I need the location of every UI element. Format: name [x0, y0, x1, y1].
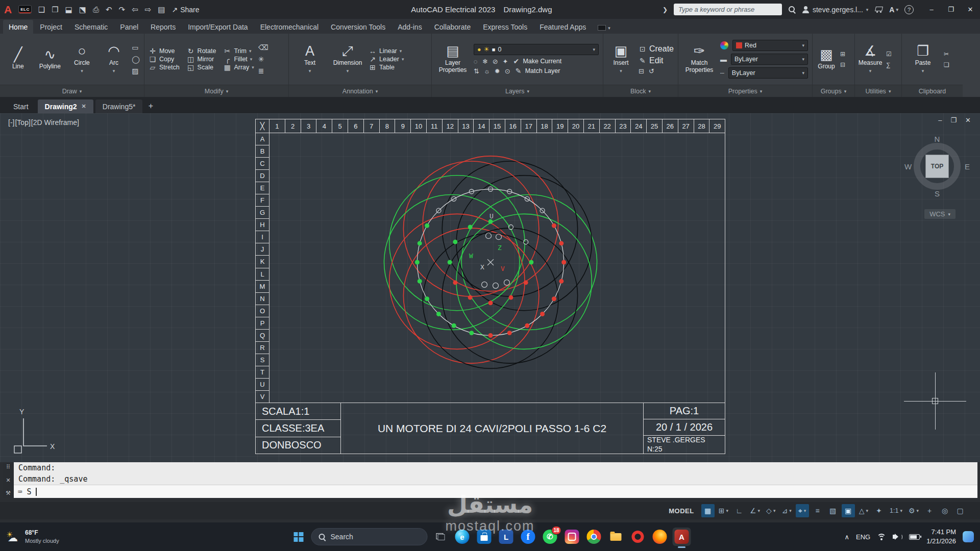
command-customize-icon[interactable]: ⚒	[6, 490, 11, 496]
tab-conversion-tools[interactable]: Conversion Tools	[325, 20, 391, 34]
edge-app-button[interactable]: e	[453, 528, 472, 546]
autodesk-app-button[interactable]: A ▾	[889, 6, 898, 14]
fillet-button[interactable]: ╭Fillet▾	[223, 56, 254, 63]
lineweight-toggle[interactable]: ≡	[811, 504, 824, 517]
linear-button[interactable]: ↔Linear▾	[369, 47, 404, 55]
paste-button[interactable]: ❐ Paste ▾	[906, 43, 940, 74]
file-explorer-button[interactable]	[607, 528, 625, 546]
selection-cycling-toggle[interactable]: ▣	[842, 504, 855, 517]
panel-label-groups[interactable]: Groups ▾	[813, 85, 854, 97]
chevron-right-icon[interactable]: ❯	[663, 6, 668, 13]
forward-icon[interactable]: ⇨	[145, 6, 152, 13]
tab-express-tools[interactable]: Express Tools	[477, 20, 533, 34]
redo-icon[interactable]: ↷	[119, 6, 126, 13]
panel-label-clipboard[interactable]: Clipboard	[902, 85, 963, 97]
wifi-icon[interactable]	[877, 534, 886, 540]
start-button[interactable]	[289, 528, 308, 546]
annotation-visibility-toggle[interactable]: △▾	[857, 504, 870, 517]
trim-button[interactable]: ✂Trim▾	[223, 47, 254, 55]
grid-toggle[interactable]: ▦	[701, 504, 715, 517]
sync-attributes-icon[interactable]: ↺	[649, 68, 654, 74]
hidden-icons-chevron[interactable]: ∧	[844, 533, 849, 541]
panel-label-block[interactable]: Block ▾	[603, 85, 678, 97]
viewcube-east-label[interactable]: E	[965, 162, 970, 171]
sheet-set-icon[interactable]: ▤	[158, 6, 165, 13]
copy-clip-icon[interactable]: ❏	[944, 62, 949, 68]
rotate-button[interactable]: ↻Rotate	[187, 47, 216, 55]
instagram-app-button[interactable]	[563, 528, 581, 546]
opera-app-button[interactable]	[629, 528, 647, 546]
dimension-button[interactable]: ⤢ Dimension ▾	[331, 43, 364, 74]
polar-tracking-toggle[interactable]: ∠▾	[748, 504, 762, 517]
weather-widget[interactable]: ☀ ☁ 68°F Mostly cloudy	[6, 522, 59, 551]
ribbon-display-toggle[interactable]: ▾	[598, 25, 610, 34]
scale-button[interactable]: ◱Scale	[187, 64, 216, 71]
erase-icon[interactable]: ⌫	[258, 44, 268, 51]
facebook-app-button[interactable]: f	[519, 528, 537, 546]
layer-lock-icon[interactable]: ⊘	[493, 58, 498, 65]
new-tab-button[interactable]: +	[144, 100, 157, 112]
layer-freeze-icon[interactable]: ❄	[482, 58, 488, 65]
help-icon[interactable]: ?	[904, 5, 914, 14]
group-edit-icon[interactable]: ⊞	[840, 51, 845, 57]
group-button[interactable]: ▩ Group	[815, 47, 838, 71]
auto-scale-toggle[interactable]: ✦	[872, 504, 886, 517]
layer-off-icon[interactable]: ◌	[474, 58, 478, 65]
drawing-viewport[interactable]: [-] [Top] [2D Wireframe] – ❐ ✕ ╳ 1234567…	[0, 113, 980, 462]
close-button[interactable]: ✕	[961, 0, 980, 19]
viewcube[interactable]: TOP N S W E	[906, 136, 968, 197]
notifications-icon[interactable]	[963, 531, 974, 542]
layer-unlock-icon[interactable]: ⊙	[505, 68, 510, 74]
rectangle-icon[interactable]: ▭	[132, 44, 140, 51]
viewcube-west-label[interactable]: W	[904, 162, 912, 171]
polyline-button[interactable]: ∿ Polyline	[36, 47, 64, 71]
volume-icon[interactable]	[893, 534, 902, 540]
close-tab-icon[interactable]: ✕	[82, 103, 86, 110]
tab-electromechanical[interactable]: Electromechanical	[255, 20, 324, 34]
copy-button[interactable]: ❏Copy	[149, 56, 180, 63]
minimize-button[interactable]: –	[922, 0, 941, 19]
layer-walk-icon[interactable]: ⇅	[474, 68, 479, 74]
viewcube-north-label[interactable]: N	[935, 135, 940, 143]
panel-label-properties[interactable]: Properties ▾	[678, 85, 812, 97]
layer-isolate-icon[interactable]: ✦	[503, 58, 508, 65]
tab-featured-apps[interactable]: Featured Apps	[534, 20, 592, 34]
viewcube-top-face[interactable]: TOP	[925, 155, 949, 178]
quick-calc-icon[interactable]: ∑	[886, 62, 892, 68]
hatch-icon[interactable]: ▨	[132, 67, 140, 74]
tab-project[interactable]: Project	[34, 20, 68, 34]
model-space-button[interactable]: MODEL	[669, 507, 694, 515]
command-input[interactable]: ⌨ S	[14, 485, 977, 498]
clock[interactable]: 7:41 PM 1/21/2026	[926, 528, 956, 545]
panel-label-utilities[interactable]: Utilities ▾	[855, 85, 901, 97]
edit-attributes-icon[interactable]: ⊟	[639, 68, 644, 74]
cart-icon[interactable]	[874, 6, 883, 13]
undo-icon[interactable]: ↶	[106, 6, 112, 13]
infocenter-search-input[interactable]: Type a keyword or phrase	[674, 4, 782, 15]
plot-icon[interactable]: ⎙	[93, 6, 99, 13]
tab-home[interactable]: Home	[3, 20, 33, 34]
task-view-button[interactable]	[431, 528, 450, 546]
circle-button[interactable]: ○ Circle ▾	[68, 43, 96, 74]
workspace-switching-button[interactable]: ⚙▾	[906, 504, 921, 517]
taskbar-search-input[interactable]: Search	[311, 528, 428, 545]
search-icon[interactable]	[788, 6, 796, 13]
firefox-app-button[interactable]	[651, 528, 669, 546]
object-snap-tracking-toggle[interactable]: ⊿▾	[779, 504, 793, 517]
new-file-icon[interactable]: ❑	[38, 6, 45, 13]
tab-drawing2[interactable]: Drawing2 ✕	[38, 99, 93, 113]
viewport-view-control[interactable]: [Top]	[15, 118, 30, 127]
stretch-button[interactable]: ▱Stretch	[149, 64, 180, 71]
leader-button[interactable]: ↗Leader▾	[369, 56, 404, 63]
language-indicator[interactable]: ENG	[856, 533, 870, 541]
panel-label-draw[interactable]: Draw ▾	[0, 85, 144, 97]
share-button[interactable]: ↗ Share	[172, 6, 199, 14]
viewport-visual-style-control[interactable]: [2D Wireframe]	[31, 118, 79, 127]
array-button[interactable]: ▦Array▾	[223, 64, 254, 71]
transparency-toggle[interactable]: ▧	[826, 504, 840, 517]
isolate-objects-button[interactable]: ◎	[938, 504, 951, 517]
command-window[interactable]: ⠿ ✕ ⚒ Command: Command: _qsave ⌨ S	[3, 462, 977, 498]
store-app-button[interactable]	[475, 528, 494, 546]
arc-button[interactable]: ◠ Arc ▾	[100, 43, 128, 74]
mirror-button[interactable]: ◫Mirror	[187, 56, 216, 63]
